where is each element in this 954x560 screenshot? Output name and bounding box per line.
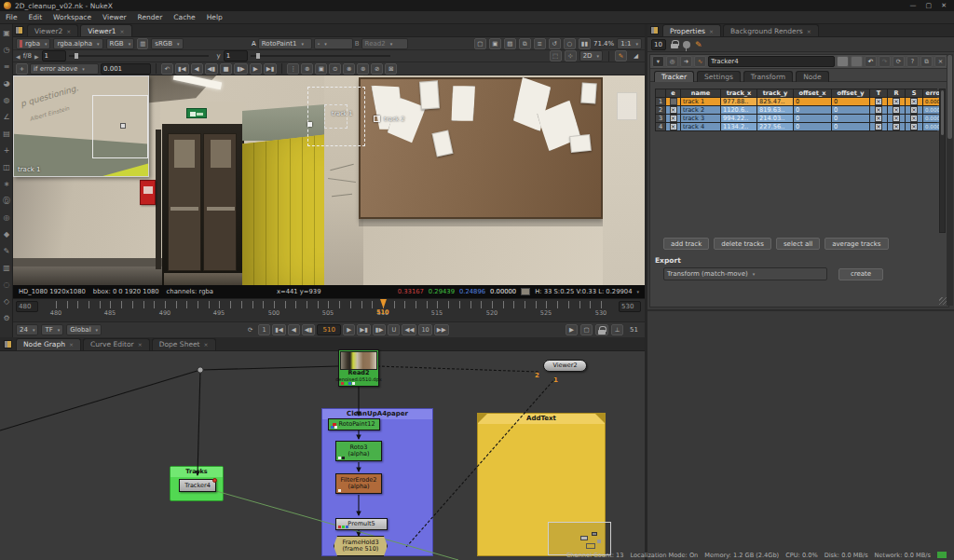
play-backward-icon[interactable]: ◀ xyxy=(288,324,300,335)
enable-checkbox[interactable] xyxy=(670,98,677,105)
col-r[interactable]: R xyxy=(888,89,905,97)
col-name[interactable]: name xyxy=(681,89,720,97)
offset-y-cell[interactable]: 0 xyxy=(832,123,869,130)
jump-size-field[interactable]: 10 xyxy=(418,324,431,335)
r-checkbox[interactable]: × xyxy=(893,123,900,130)
viewer-checker-icon[interactable]: ▢ xyxy=(474,38,486,49)
minimize-button[interactable]: — xyxy=(910,2,917,9)
tab-properties[interactable]: Properties× xyxy=(662,24,721,36)
ocio-nodes-icon[interactable]: ◌ xyxy=(0,276,13,293)
menu-help[interactable]: Help xyxy=(207,13,223,21)
viewer-wipe-icon[interactable]: ▨ xyxy=(504,38,516,49)
enable-checkbox[interactable]: × xyxy=(670,106,677,114)
offset-x-cell[interactable]: 0 xyxy=(794,123,831,130)
tab-tracker[interactable]: Tracker xyxy=(654,71,694,82)
node-read2[interactable]: Read2 denoised.0510.dpx xyxy=(338,349,379,387)
metadata-nodes-icon[interactable]: ◆ xyxy=(0,225,13,242)
lock-range-icon[interactable] xyxy=(595,324,608,335)
playback-stack-icon[interactable]: 1 xyxy=(258,324,270,335)
lut-toggle-icon[interactable]: ▥ xyxy=(137,38,148,49)
menu-render[interactable]: Render xyxy=(138,13,163,21)
flipbook-play-icon[interactable]: ▶ xyxy=(566,324,578,335)
track-to-start-icon[interactable]: ▮◀ xyxy=(175,63,189,75)
node-graph-canvas[interactable]: CleanUpA4paper AddText Tracks xyxy=(0,351,645,560)
add-track-stamp-icon[interactable]: + xyxy=(16,63,28,75)
menu-workspace[interactable]: Workspace xyxy=(53,13,91,21)
corner-resize-icon[interactable]: ◢ xyxy=(630,50,642,61)
select-all-button[interactable]: select all xyxy=(776,238,820,250)
menu-viewer[interactable]: Viewer xyxy=(102,13,127,21)
node-name-input[interactable] xyxy=(708,56,835,67)
tab-close-icon[interactable]: × xyxy=(69,341,74,348)
t-checkbox[interactable]: × xyxy=(875,106,882,114)
offset-y-cell[interactable]: 0 xyxy=(832,106,869,114)
col-track-y[interactable]: track_y xyxy=(757,89,793,97)
pixel-aspect-dropdown[interactable]: 1:1 xyxy=(617,38,642,49)
fps-dropdown[interactable]: 24 xyxy=(16,324,38,335)
track-backward-icon[interactable]: ◀ xyxy=(191,63,203,75)
add-track-button[interactable]: add track xyxy=(663,238,709,250)
viewer-gain-toggle-icon[interactable]: ▣ xyxy=(489,38,501,49)
revert-icon[interactable]: ⟳ xyxy=(893,56,905,67)
col-track-x[interactable]: track_x xyxy=(721,89,756,97)
help-icon[interactable]: ? xyxy=(906,56,919,67)
jump-fwd-icon[interactable]: ▶▶ xyxy=(434,324,449,335)
merge-nodes-icon[interactable]: ▤ xyxy=(0,125,13,142)
track-to-end-icon[interactable]: ▶▮ xyxy=(264,63,278,75)
average-tracks-button[interactable]: average tracks xyxy=(825,238,888,250)
fullscreen-icon[interactable]: ▢ xyxy=(580,324,593,335)
col-s[interactable]: S xyxy=(906,89,922,97)
track-name-cell[interactable]: track 1 xyxy=(681,98,720,105)
tab-close-icon[interactable]: × xyxy=(807,28,811,34)
input-a-dropdown[interactable]: RotoPaint1 xyxy=(258,38,312,49)
s-checkbox[interactable]: × xyxy=(910,106,918,114)
col-t[interactable]: T xyxy=(870,89,887,97)
gamma-input[interactable] xyxy=(224,50,248,61)
gain-input[interactable] xyxy=(42,50,66,61)
enable-checkbox[interactable]: × xyxy=(670,123,677,130)
node-viewer2[interactable]: Viewer2 xyxy=(543,360,587,372)
panel-chooser-icon[interactable] xyxy=(4,340,12,348)
goto-node-icon[interactable]: ➜ xyxy=(680,56,692,67)
goto-start-icon[interactable]: ▮◀ xyxy=(272,324,286,335)
tab-viewer1[interactable]: Viewer1× xyxy=(80,24,131,36)
tab-curve-editor[interactable]: Curve Editor× xyxy=(83,338,150,350)
track-name-cell[interactable]: track 3 xyxy=(681,115,720,122)
offset-y-cell[interactable]: 0 xyxy=(832,98,869,105)
range-scope-dropdown[interactable]: Global xyxy=(66,324,102,335)
create-button[interactable]: create xyxy=(838,268,883,280)
track-y-cell[interactable]: 214.03.. xyxy=(757,115,793,122)
offset-x-cell[interactable]: 0 xyxy=(794,106,831,114)
tab-transform[interactable]: Transform xyxy=(743,71,793,82)
draw-nodes-icon[interactable]: ✎ xyxy=(0,242,13,259)
track-delete-back-icon[interactable]: ⊛ xyxy=(357,63,369,75)
track-fwd-one-icon[interactable]: ▮▶ xyxy=(234,63,248,75)
alpha-dropdown[interactable]: rgba.alpha xyxy=(53,38,102,49)
ab-blend-dropdown[interactable]: - xyxy=(314,38,353,49)
t-checkbox[interactable]: × xyxy=(875,98,882,105)
maximize-button[interactable]: ▢ xyxy=(926,2,933,9)
gamma-slider[interactable] xyxy=(251,55,390,57)
track2-anchor[interactable] xyxy=(374,116,380,122)
zoom-level[interactable]: 71.4% xyxy=(593,40,614,48)
guides-icon[interactable]: ⊹ xyxy=(565,50,577,61)
track-y-cell[interactable]: 825.47.. xyxy=(757,98,793,105)
jump-back-icon[interactable]: ◀◀ xyxy=(402,324,416,335)
lock-panels-icon[interactable] xyxy=(671,40,678,48)
step-forward-icon[interactable]: ▶▮ xyxy=(357,324,371,335)
viewer-image[interactable]: track 1 track 2 p questioning. Albert Ei… xyxy=(13,75,645,285)
r-checkbox[interactable]: × xyxy=(893,106,900,114)
deep-nodes-icon[interactable]: Ⓓ xyxy=(0,192,13,209)
display-channel-dropdown[interactable]: RGB xyxy=(106,38,135,49)
panel-chooser-icon[interactable] xyxy=(650,26,659,34)
viewer-refresh-icon[interactable]: ↺ xyxy=(549,38,561,49)
tab-dope-sheet[interactable]: Dope Sheet× xyxy=(152,338,216,350)
range-end-input[interactable] xyxy=(619,301,641,312)
node-filtererode2[interactable]: FilterErode2 (alpha) xyxy=(335,473,382,494)
time-nodes-icon[interactable]: ◷ xyxy=(0,41,13,58)
other-nodes-icon[interactable]: ▥ xyxy=(0,259,13,276)
undo-icon[interactable]: ↶ xyxy=(865,56,877,67)
loop-mode-icon[interactable]: ⟳ xyxy=(244,324,256,335)
transform-nodes-icon[interactable]: + xyxy=(0,142,13,158)
fstop-prev-icon[interactable]: ◀ xyxy=(16,53,20,60)
